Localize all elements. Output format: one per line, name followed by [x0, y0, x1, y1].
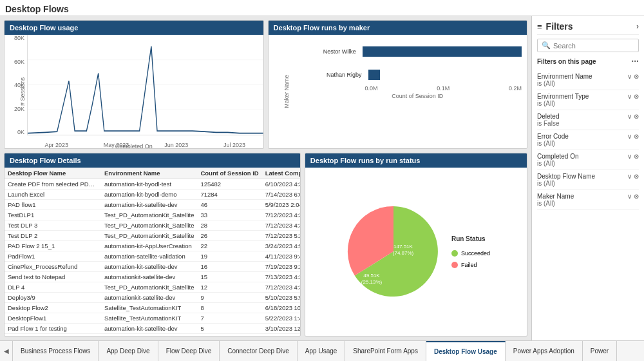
filters-collapse-btn[interactable]: ›	[636, 22, 639, 31]
usage-y-label: # Sessions	[19, 77, 26, 106]
pie-svg: 147.51K (74.87%) 49.51K (25.13%)	[342, 200, 445, 303]
cell-env: automation-kit-byodl-demo	[101, 190, 197, 200]
filter-chevron[interactable]: ∨	[627, 73, 632, 80]
details-header: Desktop Flow Details	[5, 153, 300, 168]
col-flow-name: Desktop Flow Name	[5, 168, 101, 179]
tab-sharepoint-form-apps[interactable]: SharePoint Form Apps	[345, 341, 426, 361]
cell-flow-name: Test DLP 3	[5, 220, 101, 231]
usage-chart-header: Desktop Flow usage	[5, 21, 263, 35]
filter-clear-icon[interactable]: ⊗	[634, 173, 639, 180]
tab-power-apps-adoption[interactable]: Power Apps Adoption	[506, 341, 583, 361]
filter-chevron[interactable]: ∨	[627, 133, 632, 140]
run-status-chart-area: 147.51K (74.87%) 49.51K (25.13%) Run Sta…	[305, 168, 527, 336]
legend-failed: Failed	[451, 262, 490, 268]
cell-date: 5/22/2023 1:45:56 PM	[262, 313, 300, 324]
filter-clear-icon[interactable]: ⊗	[634, 193, 639, 200]
cell-count: 33	[197, 210, 261, 220]
maker-label: Nathan Rigby	[314, 72, 362, 78]
filter-item-header: Desktop Flow Name ∨ ⊗	[537, 173, 639, 180]
search-input[interactable]	[553, 42, 634, 50]
col-env-name: Environment Name	[101, 168, 197, 179]
filter-chevron[interactable]: ∨	[627, 113, 632, 120]
run-status-header: Desktop Flow runs by run status	[305, 153, 527, 168]
filter-controls: ∨ ⊗	[627, 173, 639, 180]
table-row: Deploy3/9 automationkit-satellite-dev 9 …	[5, 293, 300, 303]
filter-controls: ∨ ⊗	[627, 133, 639, 140]
filter-clear-icon[interactable]: ⊗	[634, 113, 639, 120]
filter-value: is (All)	[537, 140, 639, 147]
filter-item-header: Maker Name ∨ ⊗	[537, 193, 639, 200]
details-table-scroll[interactable]: Desktop Flow Name Environment Name Count…	[5, 168, 300, 336]
cell-date: 3/10/2023 12:10:50 PM	[262, 324, 300, 334]
filters-dots[interactable]: ···	[631, 56, 639, 66]
filter-item-header: Environment Name ∨ ⊗	[537, 73, 639, 80]
filter-controls: ∨ ⊗	[627, 153, 639, 160]
maker-bar-row: Nathan Rigby	[314, 70, 522, 80]
filter-clear-icon[interactable]: ⊗	[634, 93, 639, 100]
filter-clear-icon[interactable]: ⊗	[634, 133, 639, 140]
maker-bar-nathan	[368, 70, 380, 80]
page-header: Desktop Flows	[0, 0, 644, 16]
filter-chevron[interactable]: ∨	[627, 173, 632, 180]
tab-nav-left[interactable]: ◀	[0, 341, 13, 361]
cell-env: automation-kit-satellite-dev	[101, 200, 197, 210]
tab-app-usage[interactable]: App Usage	[298, 341, 345, 361]
cell-flow-name: Test DLP 2	[5, 231, 101, 241]
maker-bar-row: Nestor Wilke	[314, 46, 522, 57]
table-row: Test DLP 3 Test_PD_AutomationKit_Satelli…	[5, 220, 300, 231]
cell-env: automation-kit-satellite-dev	[101, 324, 197, 334]
tab-connector-deep-dive[interactable]: Connector Deep Dive	[220, 341, 298, 361]
cell-env: automationkit-satellite-dev	[101, 272, 197, 282]
cell-count: 71284	[197, 190, 261, 200]
pie-legend: Run Status Succeeded Failed	[451, 235, 490, 268]
table-row: Pad Flow 1 for testing automation-kit-sa…	[5, 324, 300, 334]
filter-name: Desktop Flow Name	[537, 173, 595, 180]
tab-desktop-flow-usage[interactable]: Desktop Flow Usage	[426, 341, 506, 361]
filter-name: Deleted	[537, 113, 559, 120]
tab-business-process-flows[interactable]: Business Process Flows	[13, 341, 99, 361]
filter-item-header: Error Code ∨ ⊗	[537, 133, 639, 140]
filter-name: Maker Name	[537, 193, 574, 200]
details-table: Desktop Flow Name Environment Name Count…	[5, 168, 300, 334]
cell-flow-name: PadFlow1	[5, 251, 101, 262]
cell-flow-name: Desktop Flow2	[5, 303, 101, 313]
cell-flow-name: Pad Flow 1 for testing	[5, 324, 101, 334]
filter-item: Environment Type ∨ ⊗ is (All)	[537, 90, 639, 110]
maker-chart-card: Desktop Flow runs by maker Maker Name Ne…	[268, 20, 528, 149]
cell-count: 15	[197, 272, 261, 282]
usage-chart-svg-area	[27, 35, 263, 135]
filter-item-header: Environment Type ∨ ⊗	[537, 93, 639, 100]
filter-chevron[interactable]: ∨	[627, 153, 632, 160]
failed-pct: (25.13%)	[361, 279, 383, 285]
usage-x-title: Completed On	[115, 143, 153, 148]
filters-search-box[interactable]: 🔍	[537, 39, 639, 52]
succeeded-legend-label: Succeeded	[461, 250, 490, 257]
filters-title-text: Filters	[546, 21, 573, 32]
table-row: Send text to Notepad automationkit-satel…	[5, 272, 300, 282]
table-row: Desktop Flow2 Satellite_TestAutomationKI…	[5, 303, 300, 313]
cell-date: 3/24/2023 4:59:15 AM	[262, 241, 300, 251]
filter-item: Deleted ∨ ⊗ is False	[537, 110, 639, 130]
filter-chevron[interactable]: ∨	[627, 93, 632, 100]
tab-app-deep-dive[interactable]: App Deep Dive	[99, 341, 158, 361]
filters-title: ≡ Filters ›	[537, 21, 639, 35]
tab-power[interactable]: Power	[583, 341, 617, 361]
cell-count: 16	[197, 262, 261, 272]
filter-clear-icon[interactable]: ⊗	[634, 153, 639, 160]
filter-item-header: Completed On ∨ ⊗	[537, 153, 639, 160]
pie-container: 147.51K (74.87%) 49.51K (25.13%) Run Sta…	[310, 173, 522, 331]
maker-y-label: Maker Name	[283, 75, 289, 108]
cell-count: 46	[197, 200, 261, 210]
table-row: PadFlow1 automation-satellite-validation…	[5, 251, 300, 262]
filter-item: Desktop Flow Name ∨ ⊗ is (All)	[537, 170, 639, 190]
tab-flow-deep-dive[interactable]: Flow Deep Dive	[158, 341, 220, 361]
cell-env: Test_PD_AutomationKit_Satellite	[101, 210, 197, 220]
cell-flow-name: Launch Excel	[5, 190, 101, 200]
filter-clear-icon[interactable]: ⊗	[634, 73, 639, 80]
cell-date: 7/12/2023 4:31:16 AM	[262, 282, 300, 293]
cell-env: Test_PD_AutomationKit_Satellite	[101, 231, 197, 241]
cell-date: 6/18/2023 10:30:24 AM	[262, 303, 300, 313]
cell-date: 7/19/2023 9:22:52 AM	[262, 262, 300, 272]
filter-chevron[interactable]: ∨	[627, 193, 632, 200]
cell-env: automation-kit-AppUserCreation	[101, 241, 197, 251]
